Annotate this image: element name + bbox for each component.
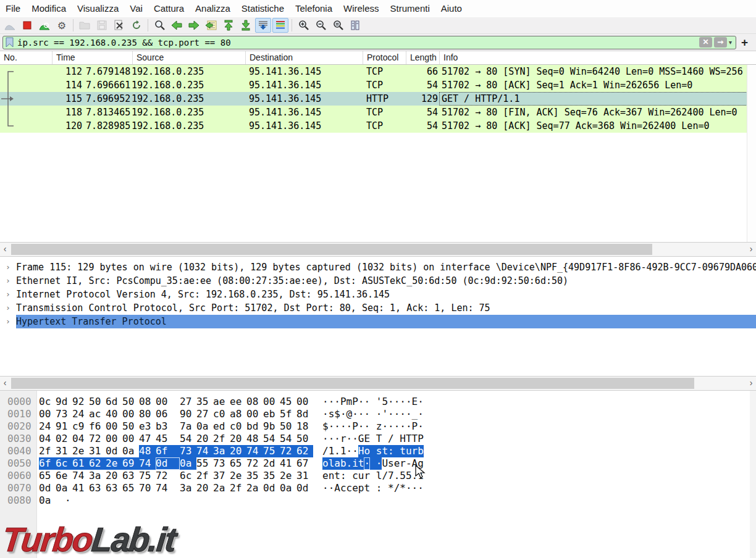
hex-byte[interactable]: 27 xyxy=(196,408,213,420)
ascii-char[interactable] xyxy=(394,445,400,457)
hex-byte[interactable]: 0a xyxy=(56,482,72,494)
table-row[interactable]: 1157.696952192.168.0.23595.141.36.145HTT… xyxy=(0,92,756,106)
ascii-char[interactable]: g xyxy=(418,457,424,470)
ascii-char[interactable]: $ xyxy=(322,420,329,433)
hex-byte[interactable]: a8 xyxy=(230,408,246,420)
display-filter-input[interactable]: ip.src == 192.168.0.235 && tcp.port == 8… xyxy=(2,36,736,49)
hex-byte[interactable]: 2a xyxy=(213,482,230,494)
details-hscrollbar[interactable]: ‹ › xyxy=(0,376,756,391)
ascii-char[interactable]: m xyxy=(346,396,353,408)
ascii-char[interactable]: 1 xyxy=(329,445,335,457)
hex-byte[interactable]: 69 xyxy=(122,457,139,470)
cell-no[interactable]: 118 xyxy=(0,106,85,119)
ascii-char[interactable]: · xyxy=(364,457,370,470)
hex-byte[interactable]: 2e xyxy=(280,470,296,482)
table-row[interactable]: 1207.828985192.168.0.23595.141.36.145TCP… xyxy=(0,119,756,133)
hex-byte[interactable]: 63 xyxy=(106,482,122,494)
go-to-first-icon[interactable] xyxy=(220,18,237,33)
hex-byte[interactable]: c0 xyxy=(213,408,230,420)
hex-byte[interactable]: 72 xyxy=(280,445,296,457)
cell-no[interactable]: 115 xyxy=(0,92,85,106)
hex-byte[interactable]: 45 xyxy=(156,433,180,445)
cell-dst[interactable]: 95.141.36.145 xyxy=(248,92,365,106)
ascii-char[interactable]: $ xyxy=(334,408,340,420)
ascii-char[interactable]: E xyxy=(412,396,418,408)
ascii-char[interactable]: t xyxy=(364,482,370,494)
cell-len[interactable]: 66 xyxy=(407,65,439,78)
ascii-char[interactable]: · xyxy=(346,445,353,457)
table-row[interactable]: 1127.679148192.168.0.23595.141.36.145TCP… xyxy=(0,65,756,78)
ascii-char[interactable]: A xyxy=(334,482,340,494)
hex-byte[interactable]: 62 xyxy=(296,445,313,457)
clear-filter-button[interactable]: ✕ xyxy=(699,37,712,48)
hex-byte[interactable]: 31 xyxy=(89,445,106,457)
column-header-length[interactable]: Length xyxy=(406,51,440,64)
hex-byte[interactable]: 00 xyxy=(156,396,180,408)
hex-byte[interactable]: 0a xyxy=(122,445,139,457)
hex-byte[interactable]: 41 xyxy=(72,482,89,494)
find-packet-icon[interactable] xyxy=(151,18,167,33)
menu-item-cattura[interactable]: Cattura xyxy=(148,0,190,17)
packet-list-vscrollbar[interactable] xyxy=(747,65,756,242)
hex-byte[interactable]: e3 xyxy=(139,420,156,433)
hex-byte[interactable]: 24 xyxy=(39,420,56,433)
detail-row[interactable]: ›Frame 115: 129 bytes on wire (1032 bits… xyxy=(0,260,756,274)
start-capture-icon[interactable] xyxy=(2,18,18,33)
ascii-char[interactable]: · xyxy=(418,482,424,494)
ascii-char[interactable] xyxy=(382,433,388,445)
ascii-char[interactable]: · xyxy=(358,408,364,420)
hex-byte[interactable]: 2e xyxy=(106,457,122,470)
open-file-icon[interactable] xyxy=(77,18,93,33)
expander-icon[interactable]: › xyxy=(0,274,16,288)
hex-byte[interactable]: 6f xyxy=(39,457,56,470)
go-to-packet-icon[interactable] xyxy=(203,18,219,33)
hex-byte[interactable]: 9b xyxy=(263,420,280,433)
stop-capture-icon[interactable] xyxy=(19,18,35,33)
ascii-char[interactable]: 1 xyxy=(340,445,346,457)
cell-len[interactable]: 54 xyxy=(407,78,439,92)
ascii-char[interactable]: * xyxy=(400,482,406,494)
hex-byte[interactable]: c0 xyxy=(230,420,246,433)
ascii-char[interactable]: P xyxy=(418,433,424,445)
hex-byte[interactable]: 8d xyxy=(296,408,313,420)
ascii-char[interactable]: H xyxy=(358,445,364,457)
ascii-char[interactable]: . xyxy=(334,445,340,457)
ascii-char[interactable]: · xyxy=(329,396,335,408)
hex-byte[interactable]: 6e xyxy=(56,470,72,482)
hex-byte[interactable]: 7a xyxy=(180,420,196,433)
hex-byte[interactable]: 92 xyxy=(72,396,89,408)
hex-byte[interactable]: 0d xyxy=(263,482,280,494)
hex-byte[interactable]: 2e xyxy=(230,470,246,482)
ascii-char[interactable]: : xyxy=(376,482,382,494)
detail-row[interactable]: ›Hypertext Transfer Protocol xyxy=(0,315,756,328)
ascii-char[interactable]: · xyxy=(376,457,382,470)
ascii-char[interactable]: : xyxy=(388,445,394,457)
ascii-char[interactable]: r xyxy=(412,445,418,457)
ascii-char[interactable]: · xyxy=(346,420,353,433)
hex-byte[interactable]: 00 xyxy=(246,408,263,420)
ascii-char[interactable]: · xyxy=(340,420,346,433)
hex-byte[interactable]: 00 xyxy=(106,433,122,445)
ascii-char[interactable]: r xyxy=(364,470,370,482)
ascii-char[interactable]: · xyxy=(400,408,406,420)
hex-byte[interactable]: 73 xyxy=(213,457,230,470)
menu-item-vai[interactable]: Vai xyxy=(124,0,148,17)
ascii-char[interactable]: c xyxy=(340,482,346,494)
detail-row[interactable]: ›Internet Protocol Version 4, Src: 192.1… xyxy=(0,288,756,301)
hex-byte[interactable]: 75 xyxy=(263,445,280,457)
ascii-char[interactable]: e xyxy=(394,457,400,470)
resize-columns-icon[interactable] xyxy=(347,18,363,33)
column-header-time[interactable]: Time xyxy=(52,51,133,64)
ascii-char[interactable]: T xyxy=(412,433,418,445)
ascii-char[interactable]: c xyxy=(346,482,353,494)
hex-byte[interactable]: 6c xyxy=(180,470,196,482)
detail-text[interactable]: Transmission Control Protocol, Src Port:… xyxy=(16,301,756,315)
ascii-char[interactable] xyxy=(346,470,353,482)
ascii-char[interactable] xyxy=(394,433,400,445)
hex-byte[interactable]: 02 xyxy=(56,433,72,445)
hex-byte[interactable]: 08 xyxy=(139,396,156,408)
cell-no[interactable]: 112 xyxy=(0,65,85,78)
ascii-char[interactable]: · xyxy=(352,408,358,420)
go-to-last-icon[interactable] xyxy=(238,18,254,33)
ascii-char[interactable]: - xyxy=(406,457,412,470)
